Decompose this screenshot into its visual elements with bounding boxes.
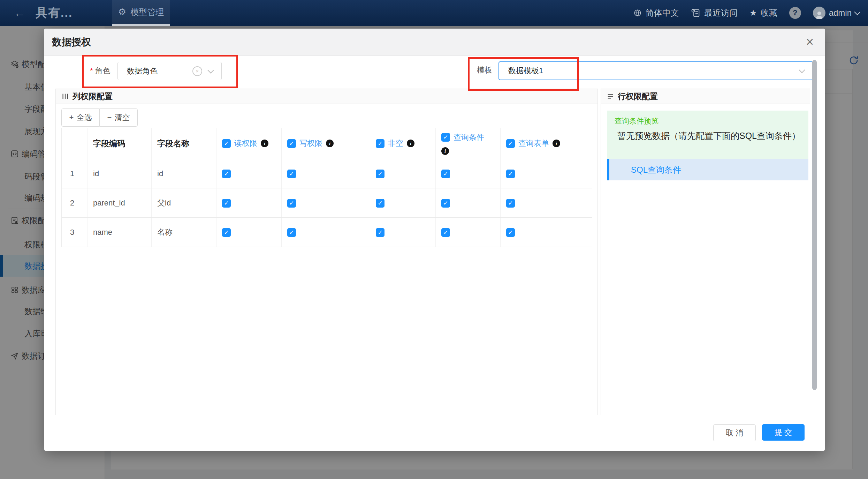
checkbox-checked[interactable] (222, 170, 231, 178)
topbar: ← 具有... ⚙ 模型管理 简体中文 最近访问 ★ 收藏 ? admin (0, 0, 868, 26)
recent-icon (691, 8, 701, 18)
preview-label: 查询条件预览 (615, 116, 658, 126)
checkbox-checked[interactable] (506, 170, 515, 178)
plus-icon: + (69, 113, 74, 122)
query-preview-box: 查询条件预览 暂无预览数据（请先配置下面的SQL查询条件） (607, 111, 808, 159)
permission-table: 字段编码 字段名称 读权限i 写权限i 非空i 查询条件 i 查询表单i 1 i… (61, 128, 592, 247)
table-row: 1 id id (62, 159, 592, 188)
avatar (813, 7, 825, 19)
checkbox-checked[interactable] (287, 170, 296, 178)
favorites-label: 收藏 (761, 7, 777, 18)
col-header-not-null: 非空i (370, 128, 436, 159)
clear-button[interactable]: − 清空 (100, 108, 138, 127)
col-header-read: 读权限i (216, 128, 282, 159)
preview-message: 暂无预览数据（请先配置下面的SQL查询条件） (617, 130, 800, 142)
table-row: 3 name 名称 (62, 218, 592, 247)
star-icon: ★ (749, 8, 757, 18)
app-title: 具有... (36, 0, 73, 26)
info-icon[interactable]: i (326, 140, 334, 147)
rows-icon (607, 92, 614, 100)
checkbox-checked[interactable] (287, 228, 296, 237)
table-row: 2 parent_id 父id (62, 188, 592, 218)
sql-query-condition-tab[interactable]: SQL查询条件 (607, 159, 808, 180)
info-icon[interactable]: i (261, 140, 268, 147)
gear-icon: ⚙ (118, 7, 126, 17)
data-authorization-modal: 数据授权 × * 角色 数据角色 × 模板 数据模板1 列权限配置 + 全选 − (44, 29, 825, 451)
table-toolbar: + 全选 − 清空 (61, 108, 138, 127)
help-icon[interactable]: ? (789, 7, 801, 19)
field-name-cell: id (152, 159, 216, 188)
tab-model-management[interactable]: ⚙ 模型管理 (112, 0, 170, 26)
row-index: 1 (62, 159, 87, 188)
recent-label: 最近访问 (704, 7, 738, 18)
language-switcher[interactable]: 简体中文 (633, 7, 679, 18)
back-icon[interactable]: ← (14, 0, 25, 26)
checkbox-checked[interactable] (222, 228, 231, 237)
info-icon[interactable]: i (441, 147, 449, 155)
cancel-button[interactable]: 取 消 (713, 424, 756, 441)
row-panel-header: 行权限配置 (601, 89, 810, 104)
col-header-query-condition: 查询条件 i (436, 128, 501, 159)
col-header-field-name: 字段名称 (152, 128, 216, 159)
row-permission-panel: 行权限配置 查询条件预览 暂无预览数据（请先配置下面的SQL查询条件） SQL查… (601, 89, 810, 415)
columns-icon (61, 92, 69, 100)
tab-label: 模型管理 (130, 7, 164, 18)
table-header-row: 字段编码 字段名称 读权限i 写权限i 非空i 查询条件 i 查询表单i (62, 128, 592, 159)
checkbox-checked[interactable] (222, 199, 231, 208)
modal-header (44, 29, 825, 56)
checkbox-checked[interactable] (441, 228, 450, 237)
field-code-cell: id (87, 159, 152, 188)
checkbox-checked[interactable] (506, 199, 515, 208)
row-index: 2 (62, 188, 87, 218)
field-code-cell: parent_id (87, 188, 152, 218)
checkbox-checked[interactable] (287, 139, 296, 148)
checkbox-checked[interactable] (376, 170, 384, 178)
chevron-down-icon (854, 9, 860, 15)
globe-icon (633, 8, 642, 17)
checkbox-checked[interactable] (376, 228, 384, 237)
checkbox-checked[interactable] (506, 139, 515, 148)
col-header-field-code: 字段编码 (87, 128, 152, 159)
index-header (62, 128, 87, 159)
modal-scrollbar-thumb[interactable] (812, 60, 817, 390)
minus-icon: − (107, 113, 112, 122)
info-icon[interactable]: i (553, 140, 560, 147)
chevron-down-icon (799, 67, 805, 73)
annotation-box-template (468, 57, 579, 91)
close-icon[interactable]: × (801, 33, 818, 50)
field-code-cell: name (87, 218, 152, 247)
checkbox-checked[interactable] (376, 199, 384, 208)
recent-visits[interactable]: 最近访问 (691, 7, 738, 18)
annotation-box-role (82, 55, 238, 88)
col-header-write: 写权限i (282, 128, 370, 159)
user-menu[interactable]: admin (813, 7, 860, 19)
submit-button[interactable]: 提 交 (762, 424, 805, 441)
favorites[interactable]: ★ 收藏 (749, 7, 777, 18)
checkbox-checked[interactable] (506, 228, 515, 237)
checkbox-checked[interactable] (222, 139, 231, 148)
checkbox-checked[interactable] (441, 199, 450, 208)
checkbox-checked[interactable] (376, 139, 384, 148)
checkbox-checked[interactable] (287, 199, 296, 208)
checkbox-checked[interactable] (441, 133, 450, 142)
checkbox-checked[interactable] (441, 170, 450, 178)
field-name-cell: 父id (152, 188, 216, 218)
modal-title: 数据授权 (52, 29, 91, 55)
column-permission-panel: 列权限配置 + 全选 − 清空 字段编码 字段名称 读权限i 写权限i 非空i (55, 89, 598, 415)
field-name-cell: 名称 (152, 218, 216, 247)
column-panel-header: 列权限配置 (56, 89, 597, 104)
row-index: 3 (62, 218, 87, 247)
select-all-button[interactable]: + 全选 (61, 108, 100, 127)
language-label: 简体中文 (646, 7, 679, 18)
info-icon[interactable]: i (407, 140, 414, 147)
username: admin (829, 8, 852, 18)
col-header-query-form: 查询表单i (501, 128, 592, 159)
